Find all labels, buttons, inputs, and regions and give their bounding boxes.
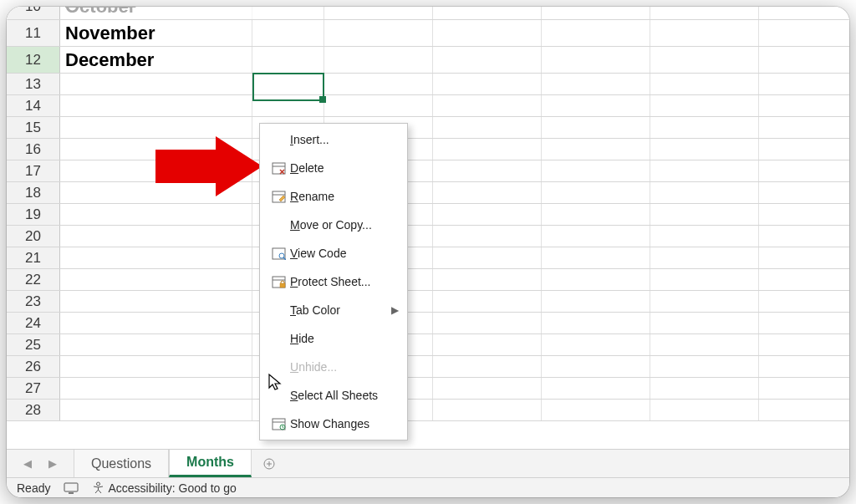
- row-header[interactable]: 26: [7, 356, 60, 377]
- row-header[interactable]: 25: [7, 334, 60, 355]
- cell[interactable]: [60, 356, 252, 377]
- cell[interactable]: [650, 74, 759, 94]
- cell[interactable]: [433, 7, 542, 19]
- cell[interactable]: [542, 334, 650, 355]
- row-header[interactable]: 12: [7, 47, 60, 73]
- cell[interactable]: [650, 20, 759, 46]
- row-header[interactable]: 20: [7, 226, 60, 247]
- cell[interactable]: [60, 117, 252, 138]
- cell[interactable]: [542, 95, 650, 116]
- cell[interactable]: [433, 378, 542, 399]
- new-sheet-button[interactable]: [252, 457, 287, 471]
- cell[interactable]: [542, 313, 650, 333]
- cell[interactable]: [433, 47, 542, 73]
- menu-move-or-copy[interactable]: Move or Copy...: [260, 211, 407, 239]
- cell[interactable]: [60, 182, 252, 203]
- cell[interactable]: [759, 95, 849, 116]
- cell[interactable]: [759, 182, 849, 203]
- cell[interactable]: [324, 95, 433, 116]
- cell[interactable]: [650, 313, 759, 333]
- cell[interactable]: [60, 74, 252, 94]
- cell[interactable]: [433, 74, 542, 94]
- row-header[interactable]: 17: [7, 160, 60, 181]
- cell[interactable]: [433, 95, 542, 116]
- cell[interactable]: [542, 247, 650, 268]
- cell[interactable]: [542, 378, 650, 399]
- cell[interactable]: [60, 204, 252, 225]
- cell[interactable]: [433, 20, 542, 46]
- menu-show-changes[interactable]: Show Changes: [260, 410, 407, 438]
- cell[interactable]: [542, 7, 650, 19]
- cell[interactable]: [433, 356, 542, 377]
- cell[interactable]: [650, 182, 759, 203]
- row-header[interactable]: 13: [7, 74, 60, 94]
- cell[interactable]: [542, 182, 650, 203]
- row-header[interactable]: 27: [7, 378, 60, 399]
- cell[interactable]: [60, 95, 252, 116]
- cell[interactable]: [324, 7, 433, 19]
- cell[interactable]: [433, 117, 542, 138]
- cell[interactable]: [60, 226, 252, 247]
- cell[interactable]: [252, 47, 324, 73]
- cell[interactable]: [542, 74, 650, 94]
- row-header[interactable]: 15: [7, 117, 60, 138]
- cell[interactable]: [759, 334, 849, 355]
- cell[interactable]: [433, 313, 542, 333]
- display-settings-icon[interactable]: [64, 482, 79, 494]
- row-header[interactable]: 22: [7, 269, 60, 290]
- cell[interactable]: [542, 226, 650, 247]
- cell[interactable]: [650, 269, 759, 290]
- cell[interactable]: [433, 291, 542, 312]
- cell[interactable]: [542, 400, 650, 420]
- cell[interactable]: [759, 226, 849, 247]
- cell[interactable]: [542, 204, 650, 225]
- row-header[interactable]: 14: [7, 95, 60, 116]
- row-header[interactable]: 10: [7, 7, 60, 19]
- cell[interactable]: [60, 247, 252, 268]
- cell[interactable]: [759, 47, 849, 73]
- chevron-left-icon[interactable]: ◀: [23, 457, 32, 470]
- cell[interactable]: [650, 400, 759, 420]
- cell[interactable]: [650, 160, 759, 181]
- cell[interactable]: [433, 160, 542, 181]
- cell[interactable]: [650, 95, 759, 116]
- cell[interactable]: [433, 182, 542, 203]
- cell[interactable]: [542, 291, 650, 312]
- cell[interactable]: December: [60, 47, 252, 73]
- cell[interactable]: [650, 334, 759, 355]
- cell[interactable]: [650, 291, 759, 312]
- cell[interactable]: [759, 139, 849, 160]
- cell[interactable]: [542, 356, 650, 377]
- cell[interactable]: [60, 334, 252, 355]
- cell[interactable]: [433, 204, 542, 225]
- cell[interactable]: [252, 7, 324, 19]
- cell[interactable]: [650, 204, 759, 225]
- cell[interactable]: [433, 334, 542, 355]
- tab-months[interactable]: Months: [169, 450, 252, 477]
- cell[interactable]: [759, 269, 849, 290]
- cell[interactable]: [759, 20, 849, 46]
- cell[interactable]: [252, 20, 324, 46]
- menu-view-code[interactable]: View Code: [260, 239, 407, 267]
- cell[interactable]: [60, 291, 252, 312]
- cell[interactable]: [759, 204, 849, 225]
- menu-protect-sheet[interactable]: Protect Sheet...: [260, 267, 407, 296]
- menu-insert[interactable]: Insert...: [260, 125, 407, 154]
- cell[interactable]: [650, 117, 759, 138]
- accessibility-status[interactable]: Accessibility: Good to go: [92, 481, 236, 495]
- cell[interactable]: [60, 139, 252, 160]
- cell[interactable]: [324, 74, 433, 94]
- row-header[interactable]: 28: [7, 400, 60, 420]
- menu-rename[interactable]: Rename: [260, 182, 407, 211]
- row-header[interactable]: 23: [7, 291, 60, 312]
- cell[interactable]: [60, 400, 252, 420]
- cell[interactable]: [324, 47, 433, 73]
- cell[interactable]: [759, 356, 849, 377]
- cell[interactable]: [759, 74, 849, 94]
- cell[interactable]: [433, 400, 542, 420]
- row-header[interactable]: 19: [7, 204, 60, 225]
- row-header[interactable]: 18: [7, 182, 60, 203]
- cell[interactable]: [759, 117, 849, 138]
- cell[interactable]: [650, 378, 759, 399]
- cell[interactable]: [542, 117, 650, 138]
